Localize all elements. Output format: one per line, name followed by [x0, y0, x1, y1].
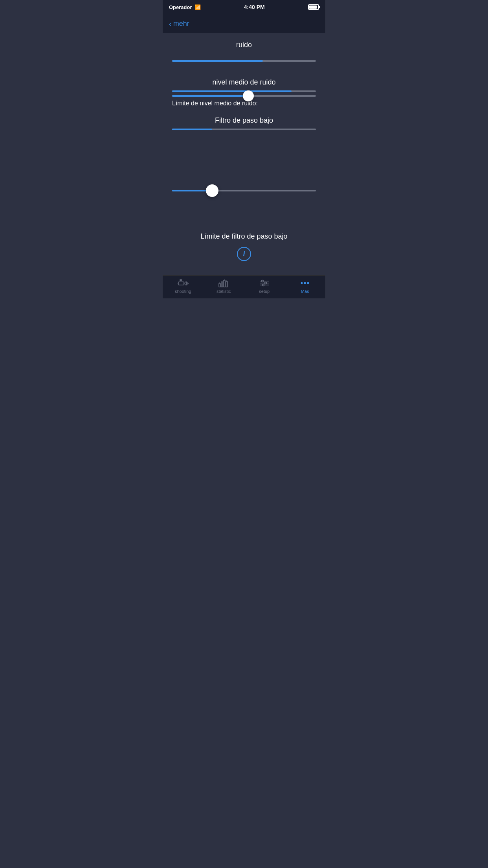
noise-avg-slider[interactable] [172, 95, 316, 97]
noise-slider-track [172, 60, 316, 62]
tab-setup[interactable]: setup [244, 279, 285, 294]
lowpass-top-track [172, 129, 316, 130]
lowpass-slider-track [172, 190, 316, 191]
svg-point-20 [261, 280, 263, 282]
tab-statistic[interactable]: statistic [204, 279, 244, 294]
back-label: mehr [173, 20, 189, 28]
info-icon-letter: i [243, 250, 245, 258]
svg-point-21 [264, 282, 266, 284]
tab-mas[interactable]: Más [285, 279, 326, 294]
back-chevron-icon: ‹ [169, 19, 172, 28]
tab-shooting[interactable]: shooting [163, 279, 204, 294]
tab-mas-label: Más [301, 289, 309, 294]
noise-slider[interactable] [172, 53, 316, 69]
tab-statistic-label: statistic [216, 289, 231, 294]
lowpass-slider-thumb[interactable] [206, 184, 218, 197]
tab-setup-label: setup [259, 289, 270, 294]
noise-avg-bottom-track [172, 95, 316, 97]
noise-avg-top-fill [172, 90, 292, 92]
svg-rect-8 [180, 280, 182, 281]
back-button[interactable]: ‹ mehr [169, 19, 189, 28]
svg-point-25 [307, 282, 309, 284]
svg-rect-0 [178, 282, 184, 285]
info-button[interactable]: i [172, 247, 316, 261]
noise-avg-bottom-fill [172, 95, 248, 97]
status-right [308, 4, 319, 10]
noise-section: ruido [172, 41, 316, 69]
noise-slider-fill [172, 60, 263, 62]
lowpass-spacer [172, 133, 316, 180]
svg-point-22 [262, 284, 264, 286]
shooting-icon [178, 279, 189, 287]
nav-bar: ‹ mehr [163, 14, 325, 33]
svg-point-23 [301, 282, 303, 284]
noise-avg-title: nivel medio de ruido [172, 78, 316, 86]
status-left: Operador 📶 [169, 4, 201, 10]
lowpass-middle-spacer [172, 201, 316, 224]
wifi-icon: 📶 [194, 4, 201, 10]
svg-point-5 [186, 283, 188, 284]
tab-bar: shooting statistic [163, 275, 325, 298]
lowpass-section: Filtro de paso bajo Límite de filtro de … [172, 116, 316, 261]
svg-rect-12 [226, 281, 227, 287]
svg-rect-9 [219, 283, 220, 287]
noise-title: ruido [172, 41, 316, 49]
status-bar: Operador 📶 4:40 PM [163, 0, 325, 14]
noise-avg-section: nivel medio de ruido Límite de nivel med… [172, 78, 316, 107]
status-time: 4:40 PM [244, 4, 265, 10]
svg-line-1 [184, 281, 186, 283]
noise-avg-limit-label: Límite de nivel medio de ruido: [172, 100, 316, 107]
main-content: ruido nivel medio de ruido Límite de niv… [163, 33, 325, 275]
tab-shooting-label: shooting [175, 289, 191, 294]
battery-icon [308, 4, 319, 10]
lowpass-slider[interactable] [172, 183, 316, 199]
svg-line-2 [184, 283, 186, 285]
svg-rect-11 [224, 280, 225, 287]
more-icon [300, 279, 310, 287]
carrier-label: Operador [169, 4, 192, 10]
lowpass-title: Filtro de paso bajo [172, 116, 316, 125]
setup-icon [259, 279, 270, 287]
battery-fill [309, 6, 317, 9]
svg-point-24 [304, 282, 306, 284]
lowpass-top-fill [172, 129, 212, 130]
noise-avg-thumb[interactable] [243, 90, 254, 101]
svg-rect-10 [221, 282, 223, 287]
info-circle-icon[interactable]: i [237, 247, 251, 261]
statistic-icon [218, 279, 229, 287]
lowpass-limit-label: Límite de filtro de paso bajo [172, 232, 316, 241]
